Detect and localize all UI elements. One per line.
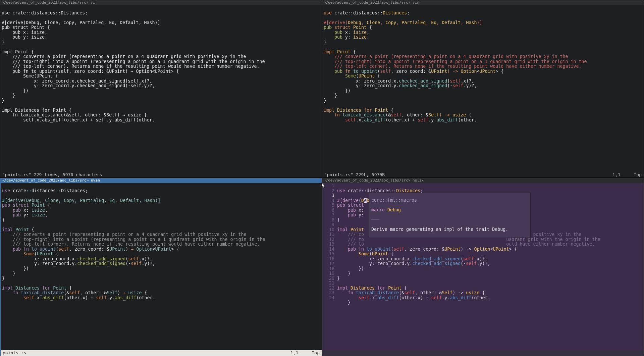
hover-documentation-popup: core::fmt::macros macro Debug ─── Derive…: [369, 193, 530, 238]
status-pos: 1,1: [612, 172, 620, 177]
editor-vim[interactable]: use crate::distances::Distances; #[deriv…: [322, 5, 644, 172]
status-scroll: Top: [634, 172, 642, 177]
editor-nvim[interactable]: use crate::distances::Distances; #[deriv…: [1, 183, 322, 350]
editor-helix[interactable]: 123456789101112131415161718192021222324 …: [322, 183, 644, 350]
titlebar-nvim[interactable]: ~/dev/advent_of_code_2023/aoc_libs/src> …: [1, 178, 322, 183]
pane-nvim: ~/dev/advent_of_code_2023/aoc_libs/src> …: [0, 178, 322, 356]
statusbar-helix: NOR points.rs 1 sel 3:11: [322, 350, 644, 356]
titlebar-vim[interactable]: ~/dev/advent_of_code_2023/aoc_libs/src> …: [322, 0, 644, 5]
statusbar-vi: "points.rs" 229 lines, 5970 characters: [0, 172, 322, 177]
status-file: points.rs: [3, 350, 26, 356]
cursor: e: [364, 198, 367, 203]
pane-vim: ~/dev/advent_of_code_2023/aoc_libs/src> …: [322, 0, 644, 178]
statusbar-nvim: points.rs 1,1 Top: [1, 350, 322, 356]
status-scroll: Top: [312, 350, 320, 356]
editor-vi[interactable]: use crate::distances::Distances; #[deriv…: [0, 5, 322, 172]
pane-helix: ~/dev/advent_of_code_2023/aoc_libs/src> …: [322, 178, 644, 356]
status-text: "points.rs" 229 lines, 5970 characters: [2, 172, 102, 177]
status-file: "points.rs" 229L, 5970B: [324, 172, 385, 177]
titlebar-helix[interactable]: ~/dev/advent_of_code_2023/aoc_libs/src> …: [322, 178, 644, 183]
code-area[interactable]: use crate::distances::Distances; #[deriv…: [337, 184, 642, 350]
gutter: 123456789101112131415161718192021222324: [324, 184, 337, 350]
status-pos: 1,1: [290, 350, 298, 356]
pane-vi: ~/dev/advent_of_code_2023/aoc_libs/src> …: [0, 0, 322, 178]
titlebar-vi[interactable]: ~/dev/advent_of_code_2023/aoc_libs/src> …: [0, 0, 322, 5]
statusbar-vim: "points.rs" 229L, 5970B 1,1 Top: [322, 172, 644, 177]
